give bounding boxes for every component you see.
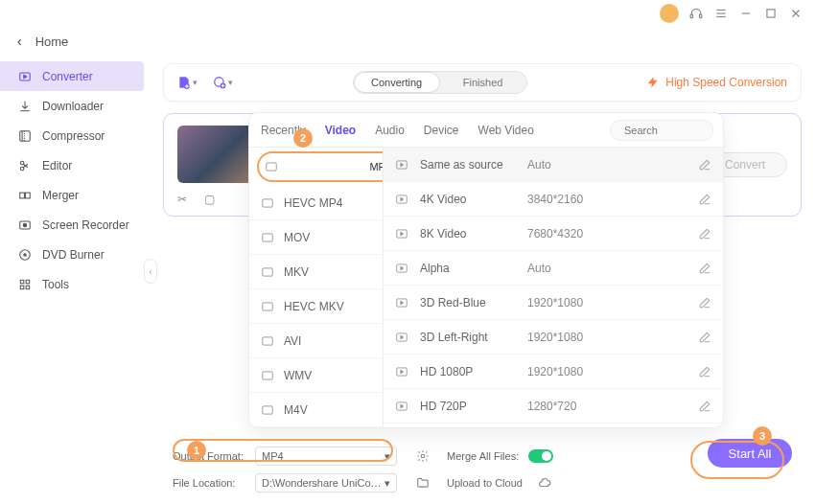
maximize-icon[interactable] (763, 6, 779, 21)
menu-icon[interactable] (713, 6, 729, 21)
search-input[interactable] (624, 125, 757, 136)
tools-icon (17, 277, 33, 292)
crop-icon[interactable]: ▢ (204, 193, 215, 206)
format-icon (261, 196, 274, 210)
file-location-label: File Location: (173, 477, 245, 489)
resolution-option[interactable]: AlphaAuto (384, 251, 723, 286)
collapse-sidebar-button[interactable]: ‹ (144, 259, 157, 284)
video-icon (395, 331, 408, 344)
toolbar-card: ▾ ▾ Converting Finished High Speed Conve… (163, 63, 802, 102)
tab-finished[interactable]: Finished (440, 72, 526, 93)
sidebar-item-converter[interactable]: Converter (0, 61, 144, 91)
merger-icon (17, 188, 33, 203)
format-icon (265, 160, 278, 173)
svg-rect-32 (263, 267, 273, 275)
avatar[interactable] (660, 4, 679, 23)
svg-rect-22 (20, 286, 24, 289)
format-option[interactable]: M4V (249, 393, 383, 427)
sidebar-item-merger[interactable]: Merger (0, 180, 151, 210)
sidebar-item-tools[interactable]: Tools (0, 269, 151, 299)
video-icon (395, 365, 408, 378)
compress-icon (17, 128, 33, 144)
format-icon (261, 403, 274, 417)
resolution-list: Same as sourceAuto4K Video3840*21608K Vi… (384, 148, 723, 427)
svg-marker-40 (401, 197, 404, 201)
resolution-option[interactable]: 4K Video3840*2160 (384, 182, 723, 217)
svg-rect-21 (26, 280, 30, 284)
folder-icon[interactable] (416, 476, 430, 490)
resolution-option[interactable]: 3D Left-Right1920*1080 (384, 320, 723, 355)
high-speed-conversion[interactable]: High Speed Conversion (646, 76, 787, 89)
format-option[interactable]: MKV (249, 255, 383, 289)
add-url-button[interactable]: ▾ (213, 76, 233, 89)
edit-icon[interactable] (698, 158, 711, 172)
sidebar-item-editor[interactable]: Editor (0, 150, 151, 180)
format-option[interactable]: MOV (249, 220, 383, 255)
edit-icon[interactable] (698, 365, 711, 378)
format-tab-device[interactable]: Device (424, 124, 459, 137)
svg-rect-14 (20, 193, 25, 198)
svg-marker-42 (401, 232, 404, 236)
edit-icon[interactable] (698, 193, 711, 206)
edit-icon[interactable] (698, 400, 711, 413)
edit-icon[interactable] (698, 331, 711, 344)
sidebar-item-downloader[interactable]: Downloader (0, 91, 151, 121)
format-option[interactable]: HEVC MP4 (249, 186, 383, 220)
svg-point-19 (24, 253, 26, 255)
format-search[interactable] (610, 120, 713, 141)
gear-icon[interactable] (416, 449, 430, 463)
svg-point-17 (23, 223, 27, 227)
editor-icon (17, 158, 33, 173)
edit-tools: ✂ ▢ (177, 193, 215, 206)
chevron-down-icon: ▾ (193, 78, 198, 87)
format-tab-video[interactable]: Video (325, 124, 356, 137)
format-icon (261, 265, 274, 279)
upload-label: Upload to Cloud (447, 477, 523, 489)
edit-icon[interactable] (698, 262, 711, 275)
callout-1: 1 (187, 441, 206, 460)
format-icon (261, 300, 274, 313)
sidebar-item-compressor[interactable]: Compressor (0, 121, 151, 150)
format-dropdown: RecentlyVideoAudioDeviceWeb Video MP4HEV… (248, 112, 724, 428)
svg-rect-35 (263, 371, 273, 378)
format-tab-web-video[interactable]: Web Video (478, 124, 534, 137)
format-option[interactable]: AVI (249, 324, 383, 358)
cloud-icon[interactable] (538, 476, 551, 490)
resolution-option[interactable]: Same as sourceAuto (384, 148, 723, 182)
cut-icon[interactable]: ✂ (177, 193, 187, 206)
recorder-icon (17, 218, 33, 233)
add-file-button[interactable]: ▾ (177, 76, 198, 89)
file-location-select[interactable]: D:\Wondershare UniConverter 1▾ (255, 473, 397, 493)
close-icon[interactable] (788, 6, 803, 21)
svg-rect-33 (263, 302, 273, 309)
output-format-select[interactable]: MP4▾ (255, 447, 397, 466)
bolt-icon (646, 76, 660, 89)
minimize-icon[interactable] (738, 6, 754, 21)
svg-rect-6 (767, 10, 775, 17)
callout-2: 2 (293, 128, 313, 148)
svg-rect-36 (263, 405, 273, 413)
format-icon (261, 369, 274, 382)
resolution-option[interactable]: 8K Video7680*4320 (384, 217, 723, 251)
svg-rect-20 (20, 280, 24, 284)
format-option[interactable]: HEVC MKV (249, 289, 383, 324)
sidebar-item-dvd-burner[interactable]: DVD Burner (0, 240, 151, 269)
format-option[interactable]: WMV (249, 358, 383, 393)
format-option[interactable]: MP4 (257, 151, 384, 182)
resolution-option[interactable]: HD 1080P1920*1080 (384, 355, 723, 389)
tab-converting[interactable]: Converting (354, 72, 440, 93)
start-all-button[interactable]: Start All (708, 439, 792, 468)
back-icon[interactable]: ‹ (17, 34, 22, 49)
headset-icon[interactable] (688, 6, 704, 21)
sidebar-item-screen-recorder[interactable]: Screen Recorder (0, 210, 151, 240)
format-tab-audio[interactable]: Audio (375, 124, 405, 137)
edit-icon[interactable] (698, 296, 711, 309)
home-row[interactable]: ‹ Home (0, 27, 815, 56)
resolution-option[interactable]: 3D Red-Blue1920*1080 (384, 286, 723, 320)
merge-toggle[interactable] (528, 449, 553, 463)
resolution-option[interactable]: HD 720P1280*720 (384, 389, 723, 424)
edit-icon[interactable] (698, 227, 711, 241)
svg-rect-31 (263, 233, 273, 241)
status-tabs[interactable]: Converting Finished (353, 71, 527, 94)
svg-marker-52 (401, 404, 404, 408)
